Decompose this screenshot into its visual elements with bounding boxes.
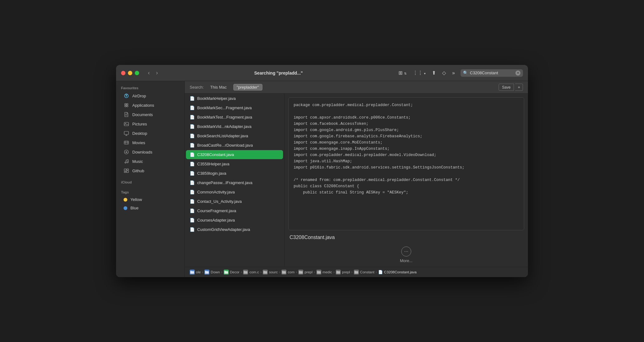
pictures-icon: [124, 121, 129, 127]
svg-rect-8: [124, 122, 129, 126]
svg-point-5: [127, 105, 128, 107]
file-icon: 📄: [190, 180, 195, 185]
path-item[interactable]: Constant: [354, 270, 374, 275]
more-toolbar-button[interactable]: »: [450, 69, 457, 77]
path-separator: ›: [296, 270, 297, 274]
search-scope-this-mac[interactable]: This Mac: [207, 84, 230, 90]
airdrop-icon: [124, 93, 129, 99]
path-item[interactable]: prepl: [298, 270, 313, 275]
path-folder-icon: [243, 270, 248, 275]
path-item[interactable]: com: [281, 270, 295, 275]
list-item[interactable]: 📄 CourseFragment.java: [186, 206, 283, 215]
path-folder-icon: [298, 270, 303, 275]
path-item[interactable]: prepl: [336, 270, 350, 275]
list-item[interactable]: 📄 BookMarkTest...Fragment.java: [186, 113, 283, 122]
sidebar-item-label: Blue: [130, 206, 139, 210]
path-item[interactable]: medic: [316, 270, 332, 275]
file-name: C3859login.java: [197, 171, 226, 176]
sidebar-item-music[interactable]: Music: [119, 157, 182, 166]
sidebar-item-label: Music: [132, 159, 143, 164]
sidebar-item-applications[interactable]: Applications: [119, 101, 182, 110]
search-scope-prepladder[interactable]: "prepladder": [233, 84, 262, 90]
list-item[interactable]: 📄 BookMarkSec...Fragment.java: [186, 103, 283, 112]
forward-button[interactable]: ›: [154, 68, 160, 77]
maximize-button[interactable]: [135, 71, 139, 75]
svg-rect-23: [127, 171, 129, 173]
sidebar-item-label: Pictures: [132, 122, 147, 126]
sidebar-item-documents[interactable]: Documents: [119, 110, 182, 119]
list-item[interactable]: 📄 BookMarkHelper.java: [186, 94, 283, 103]
path-folder-icon: [354, 270, 359, 275]
list-item[interactable]: 📄 Contact_Us_Activity.java: [186, 197, 283, 206]
list-item[interactable]: 📄 CustomGridViewAdapter.java: [186, 225, 283, 234]
documents-icon: [124, 112, 129, 117]
applications-icon: [124, 102, 129, 108]
path-item[interactable]: Decor: [224, 270, 240, 275]
file-name: CoursesAdapter.java: [197, 218, 235, 222]
path-item[interactable]: sourc: [263, 270, 278, 275]
file-name: C3208Constant.java: [197, 152, 234, 157]
file-icon: 📄: [190, 199, 195, 204]
file-name: Contact_Us_Activity.java: [197, 199, 242, 204]
sidebar-item-movies[interactable]: Movies: [119, 138, 182, 147]
path-item[interactable]: Down: [204, 270, 220, 275]
path-item-file[interactable]: 📄 C3208Constant.java: [378, 270, 417, 274]
share-button[interactable]: ⬆: [430, 69, 438, 77]
sidebar-item-label: Applications: [132, 103, 154, 108]
path-separator: ›: [376, 270, 377, 274]
file-icon: 📄: [190, 208, 195, 213]
list-item[interactable]: 📄 CommonActivity.java: [186, 188, 283, 197]
save-btn-container: Save +: [499, 84, 523, 91]
tag-button[interactable]: ◇: [440, 69, 448, 77]
search-bar[interactable]: 🔍 ✕: [461, 69, 523, 77]
file-icon: 📄: [190, 124, 195, 129]
list-item[interactable]: 📄 C3558Helper.java: [186, 159, 283, 169]
close-button[interactable]: [121, 71, 125, 75]
path-folder-icon: [281, 270, 286, 275]
list-item[interactable]: 📄 changePassw...lFragment.java: [186, 178, 283, 187]
back-button[interactable]: ‹: [145, 68, 152, 77]
save-button[interactable]: Save: [499, 84, 514, 91]
sidebar-item-airdrop[interactable]: AirDrop: [119, 91, 182, 100]
grid-view-button[interactable]: ⋮⋮ ▾: [411, 69, 427, 77]
sidebar-item-github[interactable]: Github: [119, 166, 182, 175]
svg-line-20: [126, 160, 128, 160]
save-plus-button[interactable]: +: [515, 84, 523, 91]
sidebar-item-yellow[interactable]: Yellow: [119, 196, 182, 203]
list-item[interactable]: 📄 BookSearchListAdapter.java: [186, 131, 283, 140]
list-item[interactable]: 📄 C3859login.java: [186, 169, 283, 178]
file-name: BookMarkHelper.java: [197, 96, 236, 101]
movies-icon: [124, 140, 129, 145]
list-item-selected[interactable]: 📄 C3208Constant.java: [186, 150, 283, 159]
list-item[interactable]: 📄 BroadCastRe...rDownload.java: [186, 141, 283, 150]
list-item[interactable]: 📄 BookMarkVid...nkAdapter.java: [186, 122, 283, 131]
title-bar: ‹ › Searching "prepladd..." ⊞ ⇅ ⋮⋮ ▾ ⬆ ◇…: [116, 65, 528, 81]
sidebar: Favourites AirDrop: [116, 81, 185, 277]
svg-point-3: [127, 104, 128, 105]
minimize-button[interactable]: [128, 71, 132, 75]
path-item[interactable]: ole: [190, 270, 201, 275]
sidebar-item-desktop[interactable]: Desktop: [119, 129, 182, 138]
search-icon: 🔍: [463, 71, 468, 75]
finder-window: ‹ › Searching "prepladd..." ⊞ ⇅ ⋮⋮ ▾ ⬆ ◇…: [116, 65, 528, 277]
view-toggle-button[interactable]: ⊞ ⇅: [397, 69, 408, 77]
file-icon: 📄: [190, 218, 195, 222]
more-button[interactable]: ···: [401, 247, 411, 256]
sidebar-item-blue[interactable]: Blue: [119, 204, 182, 212]
list-item[interactable]: 📄 CoursesAdapter.java: [186, 216, 283, 225]
search-input[interactable]: [470, 71, 514, 75]
path-separator: ›: [260, 270, 261, 274]
more-label[interactable]: More...: [400, 258, 412, 263]
path-separator: ›: [314, 270, 315, 274]
sidebar-item-downloads[interactable]: Downloads: [119, 148, 182, 156]
path-separator: ›: [351, 270, 353, 274]
path-text: Constant: [360, 270, 374, 274]
svg-point-4: [125, 105, 126, 107]
file-icon: 📄: [190, 105, 195, 110]
path-item[interactable]: com.c: [243, 270, 259, 275]
chevron-right-double-icon: »: [452, 70, 455, 76]
sidebar-item-pictures[interactable]: Pictures: [119, 120, 182, 128]
file-name: CommonActivity.java: [197, 190, 235, 194]
content-area: Favourites AirDrop: [116, 81, 528, 277]
search-clear-button[interactable]: ✕: [515, 71, 520, 76]
